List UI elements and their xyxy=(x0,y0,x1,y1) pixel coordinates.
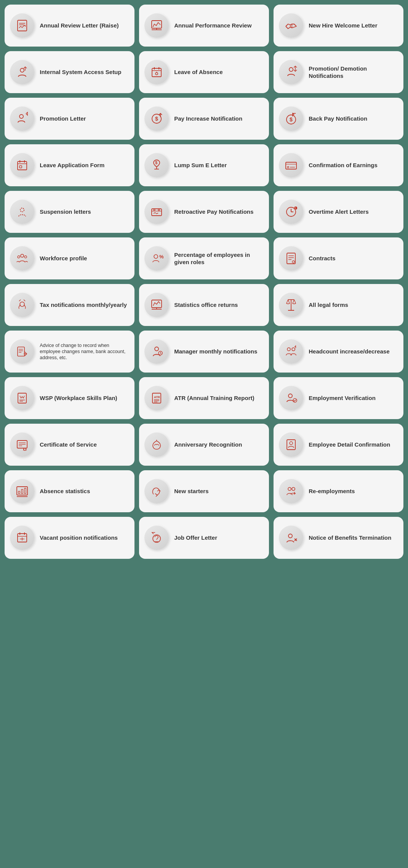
card-label-job-offer: Job Offer Letter xyxy=(174,534,217,542)
svg-point-49 xyxy=(24,256,27,258)
card-label-statistics-office: Statistics office returns xyxy=(174,301,238,309)
annual-review-icon xyxy=(10,13,34,38)
card-pay-increase[interactable]: $ Pay Increase Notification xyxy=(139,98,269,140)
card-tax-notifications[interactable]: Tax notifications monthly/yearly xyxy=(5,284,134,326)
card-new-hire-welcome[interactable]: New Hire Welcome Letter xyxy=(274,5,403,47)
card-label-promotion-demotion: Promotion/ Demotion Notifications xyxy=(309,65,398,80)
contracts-icon xyxy=(279,246,303,271)
card-employee-detail[interactable]: Employee Detail Confirmation xyxy=(274,424,403,466)
card-suspension-letters[interactable]: Suspension letters xyxy=(5,191,134,233)
svg-point-102 xyxy=(288,487,291,490)
employment-icon xyxy=(279,386,303,410)
wsp-icon xyxy=(10,386,34,410)
svg-text:%: % xyxy=(159,254,164,260)
job-offer-icon xyxy=(144,526,169,550)
card-label-contracts: Contracts xyxy=(309,255,335,262)
svg-line-59 xyxy=(24,300,25,301)
card-vacant-position[interactable]: Vacant position notifications xyxy=(5,517,134,559)
employee-detail-icon xyxy=(279,432,303,457)
card-employment-verification[interactable]: Employment Verification xyxy=(274,377,403,419)
svg-rect-100 xyxy=(24,488,26,494)
card-promotion-demotion[interactable]: Promotion/ Demotion Notifications xyxy=(274,51,403,93)
svg-rect-52 xyxy=(287,253,295,264)
card-label-vacant-position: Vacant position notifications xyxy=(40,534,118,542)
card-label-internal-system-access: Internal System Access Setup xyxy=(40,68,121,76)
card-contracts[interactable]: Contracts xyxy=(274,237,403,279)
card-label-promotion-letter: Promotion Letter xyxy=(40,115,86,123)
card-back-pay[interactable]: $ Back Pay Notification xyxy=(274,98,403,140)
card-percentage-employees[interactable]: % Percentage of employees in given roles xyxy=(139,237,269,279)
benefits-termination-icon xyxy=(279,526,303,550)
handshake-icon xyxy=(279,13,303,38)
card-label-re-employments: Re-employments xyxy=(309,487,355,495)
card-label-new-hire-welcome: New Hire Welcome Letter xyxy=(309,22,377,29)
card-internal-system-access[interactable]: Internal System Access Setup xyxy=(5,51,134,93)
card-annual-performance-review[interactable]: Annual Performance Review xyxy=(139,5,269,47)
card-all-legal-forms[interactable]: All legal forms xyxy=(274,284,403,326)
card-label-lump-sum: Lump Sum E Letter xyxy=(174,161,227,169)
card-lump-sum[interactable]: $ Lump Sum E Letter xyxy=(139,144,269,186)
card-overtime-alert[interactable]: ! Overtime Alert Letters xyxy=(274,191,403,233)
card-label-advice-change: Advice of change to record when employee… xyxy=(40,342,129,361)
system-access-icon xyxy=(10,60,34,84)
card-new-starters[interactable]: New starters xyxy=(139,470,269,512)
card-retroactive-pay[interactable]: Retroactive Pay Notifications xyxy=(139,191,269,233)
card-headcount[interactable]: Headcount increase/decrease xyxy=(274,331,403,373)
card-label-annual-performance-review: Annual Performance Review xyxy=(174,22,252,29)
card-label-annual-review-letter: Annual Review Letter (Raise) xyxy=(40,22,119,29)
card-label-confirmation-earnings: Confirmation of Earnings xyxy=(309,161,377,169)
card-job-offer[interactable]: Job Offer Letter xyxy=(139,517,269,559)
card-notice-benefits[interactable]: Notice of Benefits Termination xyxy=(274,517,403,559)
card-label-overtime-alert: Overtime Alert Letters xyxy=(309,208,369,216)
card-promotion-letter[interactable]: Promotion Letter xyxy=(5,98,134,140)
svg-rect-66 xyxy=(18,347,24,356)
card-workforce-profile[interactable]: Workforce profile xyxy=(5,237,134,279)
card-re-employments[interactable]: Re-employments xyxy=(274,470,403,512)
card-label-atr: ATR (Annual Training Report) xyxy=(174,394,254,402)
re-employ-icon xyxy=(279,479,303,503)
svg-point-40 xyxy=(154,209,155,211)
headcount-icon xyxy=(279,339,303,364)
performance-icon xyxy=(144,13,169,38)
card-advice-change[interactable]: Advice of change to record when employee… xyxy=(5,331,134,373)
svg-rect-99 xyxy=(21,489,23,494)
card-atr[interactable]: ATR ATR (Annual Training Report) xyxy=(139,377,269,419)
card-label-manager-monthly: Manager monthly notifications xyxy=(174,348,257,355)
svg-point-56 xyxy=(292,261,295,263)
leave-absence-icon xyxy=(144,60,169,84)
cards-grid: Annual Review Letter (Raise) Annual Perf… xyxy=(5,5,403,559)
svg-text:!: ! xyxy=(295,207,296,210)
certificate-icon xyxy=(10,432,34,457)
svg-text:$: $ xyxy=(155,160,157,165)
card-leave-of-absence[interactable]: Leave of Absence xyxy=(139,51,269,93)
svg-point-47 xyxy=(21,254,24,257)
svg-point-37 xyxy=(20,208,24,212)
card-label-anniversary: Anniversary Recognition xyxy=(174,441,242,449)
card-label-notice-benefits: Notice of Benefits Termination xyxy=(309,534,391,542)
card-statistics-office[interactable]: Statistics office returns xyxy=(139,284,269,326)
svg-point-18 xyxy=(19,115,23,118)
svg-rect-29 xyxy=(19,166,22,168)
retroactive-icon xyxy=(144,200,169,224)
absence-stats-icon xyxy=(10,479,34,503)
card-label-workforce-profile: Workforce profile xyxy=(40,255,87,262)
card-label-tax-notifications: Tax notifications monthly/yearly xyxy=(40,301,127,309)
svg-rect-25 xyxy=(18,161,27,170)
vacant-icon xyxy=(10,526,34,550)
card-anniversary[interactable]: Anniversary Recognition xyxy=(139,424,269,466)
card-label-absence-statistics: Absence statistics xyxy=(40,487,90,495)
card-confirmation-earnings[interactable]: Confirmation of Earnings xyxy=(274,144,403,186)
percentage-icon: % xyxy=(144,246,169,271)
svg-point-75 xyxy=(287,348,290,351)
card-annual-review-letter[interactable]: Annual Review Letter (Raise) xyxy=(5,5,134,47)
svg-line-58 xyxy=(19,300,21,301)
card-certificate-service[interactable]: Certificate of Service xyxy=(5,424,134,466)
card-wsp[interactable]: WSP (Workplace Skills Plan) xyxy=(5,377,134,419)
svg-rect-77 xyxy=(18,393,26,403)
svg-rect-33 xyxy=(286,162,296,169)
card-absence-statistics[interactable]: Absence statistics xyxy=(5,470,134,512)
confirmation-icon xyxy=(279,153,303,177)
card-manager-monthly[interactable]: Manager monthly notifications xyxy=(139,331,269,373)
card-label-wsp: WSP (Workplace Skills Plan) xyxy=(40,394,117,402)
card-leave-application[interactable]: Leave Application Form xyxy=(5,144,134,186)
